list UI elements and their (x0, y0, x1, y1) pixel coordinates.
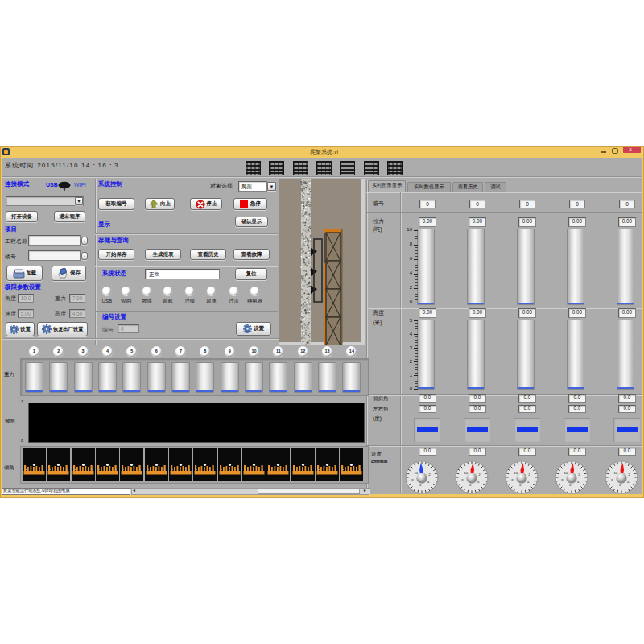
svg-text:10: 10 (613, 471, 617, 475)
svg-text:10: 10 (464, 471, 468, 475)
svg-text:10: 10 (564, 471, 568, 475)
svg-text:10: 10 (514, 471, 518, 475)
svg-text:10: 10 (414, 471, 418, 475)
